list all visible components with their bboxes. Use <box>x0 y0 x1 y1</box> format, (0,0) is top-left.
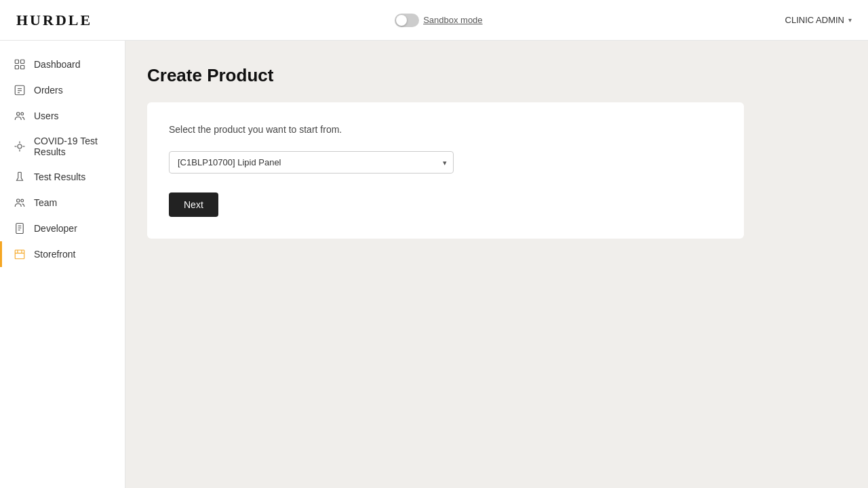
team-icon <box>14 197 26 209</box>
page-title: Create Product <box>147 65 846 86</box>
covid-icon <box>14 140 26 152</box>
sandbox-label[interactable]: Sandbox mode <box>423 15 482 25</box>
topbar-center: Sandbox mode <box>395 14 482 27</box>
svg-rect-22 <box>15 250 24 259</box>
svg-rect-2 <box>15 66 18 69</box>
sidebar-item-label: Developer <box>34 223 77 234</box>
svg-point-9 <box>21 113 24 115</box>
product-select[interactable]: [C1BLP10700] Lipid Panel <box>169 151 454 174</box>
card-instruction: Select the product you want to start fro… <box>169 124 722 135</box>
sidebar-item-label: Users <box>34 110 59 121</box>
dashboard-icon <box>14 58 26 70</box>
sidebar: Dashboard Orders Users COVID-19 Test Res… <box>0 41 125 488</box>
users-icon <box>14 110 26 122</box>
svg-point-17 <box>21 199 24 202</box>
sidebar-item-team[interactable]: Team <box>0 190 125 216</box>
svg-point-10 <box>18 144 22 148</box>
layout: Dashboard Orders Users COVID-19 Test Res… <box>0 41 868 488</box>
sidebar-item-label: Orders <box>34 85 63 96</box>
storefront-icon <box>14 248 26 260</box>
sidebar-item-orders[interactable]: Orders <box>0 77 125 103</box>
sidebar-item-storefront[interactable]: Storefront <box>0 241 125 267</box>
next-button[interactable]: Next <box>169 192 218 217</box>
svg-point-16 <box>17 199 20 203</box>
svg-point-8 <box>17 113 20 116</box>
sandbox-toggle-track[interactable] <box>395 14 419 27</box>
test-results-icon <box>14 171 26 183</box>
chevron-down-icon: ▾ <box>848 16 852 24</box>
sandbox-toggle-thumb <box>396 15 407 26</box>
svg-rect-18 <box>16 224 24 234</box>
main-content: Create Product Select the product you wa… <box>125 41 868 488</box>
orders-icon <box>14 84 26 96</box>
logo: HURDLE <box>16 12 92 29</box>
sidebar-item-label: COVID-19 Test Results <box>34 136 111 157</box>
sidebar-item-users[interactable]: Users <box>0 103 125 129</box>
developer-icon <box>14 222 26 235</box>
user-label: CLINIC ADMIN <box>785 15 844 25</box>
topbar: HURDLE Sandbox mode CLINIC ADMIN ▾ <box>0 0 868 41</box>
user-menu[interactable]: CLINIC ADMIN ▾ <box>785 15 852 25</box>
svg-rect-4 <box>15 85 24 95</box>
sidebar-item-developer[interactable]: Developer <box>0 216 125 241</box>
sidebar-item-label: Test Results <box>34 171 85 182</box>
sandbox-toggle[interactable]: Sandbox mode <box>395 14 482 27</box>
sidebar-item-dashboard[interactable]: Dashboard <box>0 52 125 77</box>
create-product-card: Select the product you want to start fro… <box>147 102 744 239</box>
sidebar-item-label: Team <box>34 197 57 208</box>
sidebar-item-covid-test-results[interactable]: COVID-19 Test Results <box>0 129 125 164</box>
sidebar-item-test-results[interactable]: Test Results <box>0 164 125 190</box>
product-select-wrapper: [C1BLP10700] Lipid Panel ▾ <box>169 151 454 174</box>
svg-rect-0 <box>15 60 18 63</box>
svg-rect-1 <box>21 60 24 63</box>
svg-rect-3 <box>21 66 24 69</box>
sidebar-item-label: Storefront <box>34 249 75 260</box>
sidebar-item-label: Dashboard <box>34 59 81 70</box>
